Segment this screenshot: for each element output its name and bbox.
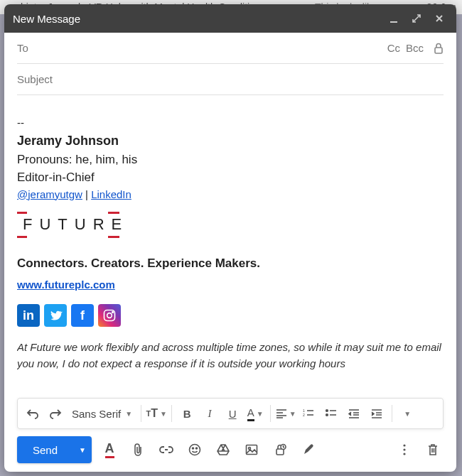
bottom-toolbar: Send ▼ A (17, 429, 444, 463)
to-label: To (17, 42, 60, 54)
logo-text: FUTURE (17, 212, 117, 236)
lock-icon[interactable] (434, 43, 444, 54)
signature-dashes: -- (17, 115, 444, 131)
logo-corner-br (108, 236, 119, 247)
confidential-icon[interactable] (269, 439, 291, 460)
compose-window: New Message To Cc Bcc -- Jeramy Johnson … (4, 4, 456, 472)
emoji-icon[interactable] (184, 439, 205, 460)
titlebar: New Message (4, 4, 456, 33)
future-logo: FUTURE (17, 212, 117, 236)
minimize-icon[interactable] (385, 10, 402, 27)
svg-point-33 (403, 448, 405, 450)
message-body[interactable]: -- Jeramy Johnson Pronouns: he, him, his… (17, 95, 444, 394)
bullet-list-button[interactable] (321, 402, 342, 425)
underline-button[interactable]: U (222, 402, 243, 425)
signature-disclaimer: At Future we work flexibly and across mu… (17, 340, 444, 372)
instagram-icon[interactable] (98, 304, 121, 327)
svg-point-13 (326, 410, 328, 412)
svg-rect-30 (276, 449, 284, 455)
drive-icon[interactable] (213, 439, 234, 460)
align-button[interactable]: ▼ (275, 402, 296, 425)
indent-less-button[interactable] (343, 402, 365, 425)
cc-button[interactable]: Cc (387, 42, 400, 54)
font-size-button[interactable]: TT ▼ (146, 402, 167, 425)
indent-more-button[interactable] (366, 402, 387, 425)
bcc-button[interactable]: Bcc (406, 42, 424, 54)
signature-pronouns: Pronouns: he, him, his (17, 151, 444, 169)
signature-title: Editor-in-Chief (17, 168, 444, 187)
svg-point-26 (193, 448, 194, 449)
chevron-down-icon: ▼ (125, 410, 132, 418)
close-icon[interactable] (431, 10, 448, 27)
chevron-down-icon: ▼ (79, 446, 86, 454)
more-formatting-button[interactable]: ▼ (397, 402, 418, 425)
window-title: New Message (13, 13, 380, 25)
logo-corner-bl (17, 236, 27, 247)
expand-icon[interactable] (408, 10, 425, 27)
chevron-down-icon: ▼ (257, 410, 264, 418)
image-icon[interactable] (241, 439, 262, 460)
logo-corner-tl (17, 202, 27, 214)
send-button[interactable]: Send (17, 436, 73, 463)
linkedin-icon[interactable]: in (17, 304, 40, 327)
future-url-link[interactable]: www.futureplc.com (17, 277, 115, 293)
subject-input[interactable] (17, 73, 444, 85)
undo-button[interactable] (22, 402, 43, 425)
svg-point-27 (196, 448, 198, 449)
chevron-down-icon: ▼ (160, 410, 167, 418)
bold-button[interactable]: B (176, 402, 198, 425)
redo-button[interactable] (45, 402, 66, 425)
discard-icon[interactable] (422, 439, 444, 460)
to-field-row[interactable]: To Cc Bcc (17, 33, 444, 64)
logo-corner-tr (108, 202, 119, 214)
more-options-icon[interactable] (394, 439, 415, 460)
social-icons-row: in f (17, 304, 444, 327)
separator (171, 405, 172, 422)
link-icon[interactable] (156, 439, 177, 460)
chevron-down-icon: ▼ (404, 410, 411, 418)
numbered-list-button[interactable]: 12 (298, 402, 319, 425)
text-color-button[interactable]: A ▼ (245, 402, 266, 425)
svg-rect-1 (435, 48, 442, 53)
subject-field-row[interactable] (17, 64, 444, 95)
svg-point-34 (403, 453, 405, 455)
text-style-button[interactable]: A (99, 439, 120, 460)
font-selector[interactable]: Sans Serif ▼ (68, 408, 136, 420)
chevron-down-icon: ▼ (289, 410, 296, 418)
facebook-icon[interactable]: f (71, 304, 94, 327)
svg-point-14 (326, 414, 328, 416)
twitter-icon[interactable] (44, 304, 67, 327)
separator (270, 405, 271, 422)
send-button-group: Send ▼ (17, 436, 92, 463)
formatting-toolbar: Sans Serif ▼ TT ▼ B I U A ▼ ▼ 12 (17, 398, 444, 429)
send-options-button[interactable]: ▼ (73, 436, 92, 463)
separator (392, 405, 392, 422)
twitter-handle-link[interactable]: @jeramyutgw (17, 188, 82, 200)
svg-rect-28 (247, 445, 257, 455)
to-input[interactable] (60, 42, 382, 54)
signature-name: Jeramy Johnson (17, 131, 444, 151)
linkedin-link[interactable]: LinkedIn (91, 188, 131, 200)
italic-button[interactable]: I (199, 402, 220, 425)
separator (141, 405, 141, 422)
svg-point-3 (107, 313, 112, 318)
attach-icon[interactable] (127, 439, 149, 460)
svg-text:2: 2 (303, 413, 305, 417)
font-name-label: Sans Serif (72, 408, 121, 420)
signature-tagline: Connectors. Creators. Experience Makers. (17, 254, 444, 273)
svg-point-25 (190, 445, 200, 455)
pen-icon[interactable] (298, 439, 319, 460)
svg-point-32 (403, 444, 405, 446)
svg-point-4 (112, 312, 114, 313)
signature-separator: | (82, 188, 91, 200)
